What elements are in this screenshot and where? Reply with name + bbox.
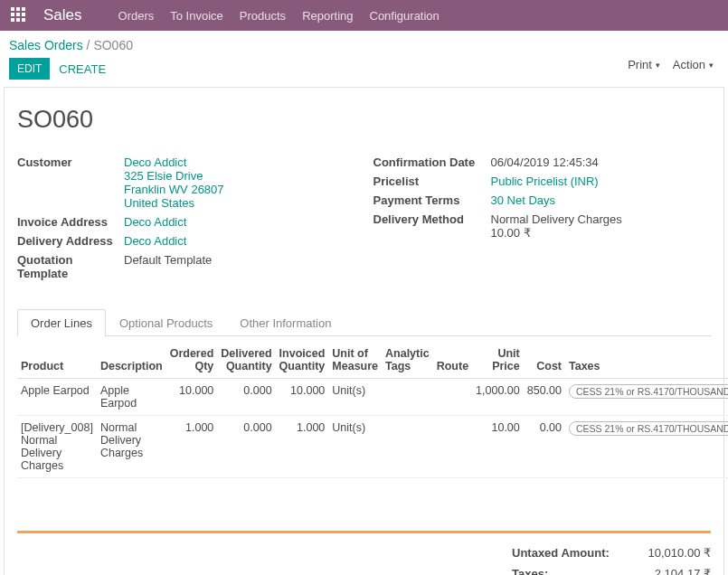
create-button[interactable]: CREATE (59, 62, 106, 76)
apps-icon[interactable] (11, 7, 27, 24)
nav-orders[interactable]: Orders (118, 9, 155, 23)
payment-terms-label: Payment Terms (373, 193, 491, 207)
col-delivered-qty[interactable]: Delivered Quantity (217, 342, 275, 379)
delivery-method-label: Delivery Method (373, 212, 491, 240)
col-product[interactable]: Product (17, 342, 97, 379)
nav-products[interactable]: Products (240, 9, 286, 23)
invoice-address-label: Invoice Address (17, 215, 124, 229)
tabs: Order Lines Optional Products Other Info… (17, 309, 711, 336)
col-route[interactable]: Route (433, 342, 472, 379)
tab-other-information[interactable]: Other Information (226, 309, 345, 336)
confirmation-date-label: Confirmation Date (373, 156, 491, 169)
breadcrumb-current: SO060 (93, 38, 133, 52)
payment-terms-value[interactable]: 30 Net Days (491, 193, 556, 207)
order-lines-table: Product Description Ordered Qty Delivere… (17, 342, 728, 478)
quotation-template-label: Quotation Template (17, 253, 124, 280)
col-invoiced-qty[interactable]: Invoiced Quantity (276, 342, 329, 379)
untaxed-label: Untaxed Amount: (512, 546, 610, 560)
action-dropdown[interactable]: Action ▾ (673, 58, 714, 71)
customer-value[interactable]: Deco Addict 325 Elsie Drive Franklin WV … (124, 156, 224, 210)
col-uom[interactable]: Unit of Measure (328, 342, 382, 379)
tab-optional-products[interactable]: Optional Products (106, 309, 226, 336)
left-column: Customer Deco Addict 325 Elsie Drive Fra… (17, 156, 355, 286)
separator-bar (17, 531, 711, 533)
nav-to-invoice[interactable]: To Invoice (170, 9, 223, 23)
delivery-address-label: Delivery Address (17, 234, 124, 248)
right-column: Confirmation Date 06/04/2019 12:45:34 Pr… (373, 156, 712, 286)
col-taxes[interactable]: Taxes (565, 342, 728, 379)
table-row[interactable]: Apple Earpod Apple Earpod 10.000 0.000 1… (17, 379, 728, 416)
tab-order-lines[interactable]: Order Lines (17, 309, 106, 336)
col-analytic[interactable]: Analytic Tags (382, 342, 433, 379)
order-title: SO060 (17, 106, 711, 134)
breadcrumb-root[interactable]: Sales Orders (9, 38, 83, 52)
delivery-method-value: Normal Delivery Charges 10.00 ₹ (491, 212, 622, 240)
subhead: Sales Orders / SO060 EDIT CREATE Print ▾… (0, 31, 728, 87)
breadcrumb: Sales Orders / SO060 (9, 38, 133, 52)
nav-menu: Orders To Invoice Products Reporting Con… (118, 9, 440, 23)
nav-reporting[interactable]: Reporting (302, 9, 353, 23)
tax-chip[interactable]: CESS 21% or RS.4170/THOUSAND (569, 384, 728, 399)
nav-configuration[interactable]: Configuration (370, 9, 440, 23)
taxes-label: Taxes: (512, 567, 548, 575)
col-unit-price[interactable]: Unit Price (472, 342, 524, 379)
tax-chip[interactable]: CESS 21% or RS.4170/THOUSAND (569, 421, 728, 436)
untaxed-value: 10,010.00 ₹ (648, 546, 711, 560)
pricelist-value[interactable]: Public Pricelist (INR) (491, 174, 599, 188)
customer-label: Customer (17, 156, 124, 210)
totals: Untaxed Amount: 10,010.00 ₹ Taxes: 2,104… (512, 542, 711, 575)
quotation-template-value: Default Template (124, 253, 212, 280)
col-description[interactable]: Description (97, 342, 166, 379)
edit-button[interactable]: EDIT (9, 58, 50, 80)
caret-down-icon: ▾ (656, 61, 660, 70)
col-ordered-qty[interactable]: Ordered Qty (166, 342, 218, 379)
confirmation-date-value: 06/04/2019 12:45:34 (491, 156, 599, 169)
pricelist-label: Pricelist (373, 174, 491, 188)
delivery-address-value[interactable]: Deco Addict (124, 234, 186, 248)
invoice-address-value[interactable]: Deco Addict (124, 215, 186, 229)
table-row[interactable]: [Delivery_008] Normal Delivery Charges N… (17, 416, 728, 478)
top-nav: Sales Orders To Invoice Products Reporti… (0, 0, 728, 31)
form-sheet: SO060 Customer Deco Addict 325 Elsie Dri… (4, 87, 724, 575)
col-cost[interactable]: Cost (524, 342, 565, 379)
brand: Sales (43, 6, 82, 24)
print-dropdown[interactable]: Print ▾ (628, 58, 660, 71)
taxes-value: 2,104.17 ₹ (655, 567, 711, 575)
caret-down-icon: ▾ (709, 61, 714, 70)
